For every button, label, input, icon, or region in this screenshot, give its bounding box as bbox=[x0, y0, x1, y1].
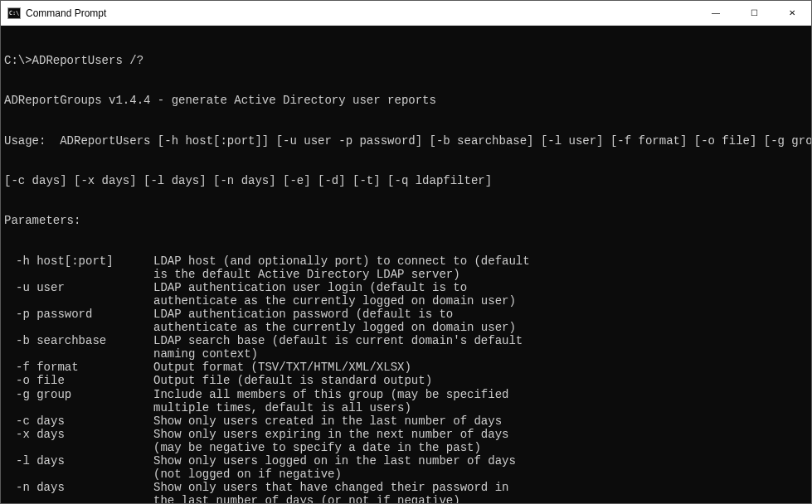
param-desc: multiple times, default is all users) bbox=[153, 401, 411, 414]
param-desc: Show only users that have changed their … bbox=[153, 481, 508, 494]
parameters-label: Parameters: bbox=[4, 214, 808, 227]
param-desc: Output file (default is standard output) bbox=[153, 374, 432, 387]
titlebar[interactable]: C:\ Command Prompt — ☐ ✕ bbox=[1, 1, 811, 26]
parameters-list: -h host[:port]LDAP host (and optionally … bbox=[4, 254, 808, 503]
param-row: authenticate as the currently logged on … bbox=[4, 294, 808, 308]
param-desc: Show only users logged on in the last nu… bbox=[153, 454, 516, 468]
param-desc: (may be negative to specify a date in th… bbox=[153, 441, 481, 454]
param-desc: authenticate as the currently logged on … bbox=[153, 294, 516, 308]
param-flag: -h host[:port] bbox=[4, 254, 153, 268]
param-row: -h host[:port]LDAP host (and optionally … bbox=[4, 254, 808, 268]
param-row: -o fileOutput file (default is standard … bbox=[4, 374, 808, 387]
param-flag: -g group bbox=[4, 388, 153, 401]
param-flag: -l days bbox=[4, 454, 153, 468]
param-row: -l daysShow only users logged on in the … bbox=[4, 454, 808, 468]
param-row: -g groupInclude all members of this grou… bbox=[4, 388, 808, 401]
param-row: multiple times, default is all users) bbox=[4, 401, 808, 414]
param-desc: is the default Active Directory LDAP ser… bbox=[153, 268, 460, 281]
app-icon: C:\ bbox=[7, 7, 21, 19]
param-flag: -u user bbox=[4, 281, 153, 294]
window-controls: — ☐ ✕ bbox=[697, 1, 811, 25]
param-row: naming context) bbox=[4, 347, 808, 361]
param-row: (may be negative to specify a date in th… bbox=[4, 441, 808, 454]
usage-line-1: Usage: ADReportUsers [-h host[:port]] [-… bbox=[4, 134, 808, 148]
param-row: (not logged on if negative) bbox=[4, 468, 808, 481]
param-desc: Output format (TSV/TXT/HTML/XML/XLSX) bbox=[153, 361, 411, 374]
maximize-button[interactable]: ☐ bbox=[735, 1, 773, 25]
param-row: the last number of days (or not if negat… bbox=[4, 494, 808, 503]
param-desc: LDAP search base (default is current dom… bbox=[153, 334, 523, 347]
param-row: -n daysShow only users that have changed… bbox=[4, 481, 808, 494]
terminal-area[interactable]: C:\>ADReportUsers /? ADReportGroups v1.4… bbox=[1, 26, 811, 503]
param-desc: naming context) bbox=[153, 347, 258, 361]
command-line: C:\>ADReportUsers /? bbox=[4, 54, 808, 67]
window-title: Command Prompt bbox=[26, 7, 697, 19]
param-desc: Show only users expiring in the next num… bbox=[153, 428, 508, 441]
param-desc: LDAP authentication password (default is… bbox=[153, 308, 453, 321]
param-desc: LDAP authentication user login (default … bbox=[153, 281, 467, 294]
param-row: -u userLDAP authentication user login (d… bbox=[4, 281, 808, 294]
param-desc: Include all members of this group (may b… bbox=[153, 388, 508, 401]
param-row: is the default Active Directory LDAP ser… bbox=[4, 268, 808, 281]
param-row: -b searchbaseLDAP search base (default i… bbox=[4, 334, 808, 347]
param-desc: Show only users created in the last numb… bbox=[153, 414, 502, 428]
param-row: -p passwordLDAP authentication password … bbox=[4, 308, 808, 321]
param-row: -c daysShow only users created in the la… bbox=[4, 414, 808, 428]
param-row: -f formatOutput format (TSV/TXT/HTML/XML… bbox=[4, 361, 808, 374]
param-flag: -o file bbox=[4, 374, 153, 387]
command-prompt-window: C:\ Command Prompt — ☐ ✕ C:\>ADReportUse… bbox=[0, 0, 812, 504]
param-desc: authenticate as the currently logged on … bbox=[153, 321, 516, 334]
command-text: ADReportUsers /? bbox=[32, 54, 143, 67]
param-desc: the last number of days (or not if negat… bbox=[153, 494, 460, 503]
param-flag: -n days bbox=[4, 481, 153, 494]
param-flag: -x days bbox=[4, 428, 153, 441]
usage-line-2: [-c days] [-x days] [-l days] [-n days] … bbox=[4, 174, 808, 187]
param-flag: -c days bbox=[4, 414, 153, 428]
param-flag: -p password bbox=[4, 308, 153, 321]
param-row: authenticate as the currently logged on … bbox=[4, 321, 808, 334]
minimize-button[interactable]: — bbox=[697, 1, 735, 25]
param-flag: -b searchbase bbox=[4, 334, 153, 347]
param-row: -x daysShow only users expiring in the n… bbox=[4, 428, 808, 441]
param-desc: (not logged on if negative) bbox=[153, 468, 342, 481]
prompt: C:\> bbox=[4, 54, 32, 67]
output-header: ADReportGroups v1.4.4 - generate Active … bbox=[4, 94, 808, 107]
param-desc: LDAP host (and optionally port) to conne… bbox=[153, 254, 530, 268]
close-button[interactable]: ✕ bbox=[773, 1, 811, 25]
param-flag: -f format bbox=[4, 361, 153, 374]
